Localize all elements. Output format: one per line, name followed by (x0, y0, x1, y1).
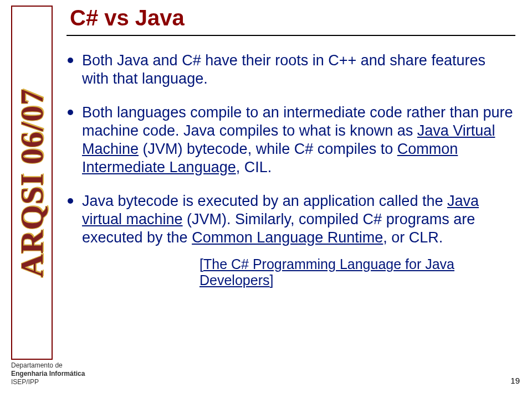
bullet-text: Both Java and C# have their roots in C++… (82, 52, 485, 87)
footer-line: Departamento de (11, 361, 85, 370)
sidebar-label: ARQSI 06/07 (13, 88, 50, 277)
bullet-text: , CIL. (236, 159, 272, 175)
bullet-item: Both Java and C# have their roots in C++… (66, 51, 515, 88)
citation-bracket: [ (200, 256, 203, 272)
footer-line: Engenharia Informática (11, 370, 85, 378)
bullet-list: Both Java and C# have their roots in C++… (66, 51, 515, 246)
bullet-text: , or CLR. (383, 229, 443, 246)
citation-bracket: ] (269, 272, 273, 288)
title-rule (66, 35, 515, 36)
slide-content: C# vs Java Both Java and C# have their r… (66, 0, 515, 393)
footer: Departamento de Engenharia Informática I… (11, 361, 85, 386)
footer-line: ISEP/IPP (11, 378, 85, 386)
bullet-text: (JVM) bytecode, while C# compiles to (139, 141, 397, 157)
citation-link[interactable]: The C# Programming Language for Java Dev… (200, 256, 454, 288)
bullet-item: Java bytecode is executed by an applicat… (66, 192, 515, 247)
page-number: 19 (510, 376, 520, 385)
bullet-text: Java bytecode is executed by an applicat… (82, 193, 447, 209)
slide-title: C# vs Java (70, 6, 515, 30)
citation: [The C# Programming Language for Java De… (66, 256, 515, 288)
sidebar-banner: ARQSI 06/07 (11, 6, 53, 360)
bullet-item: Both languages compile to an intermediat… (66, 104, 515, 177)
underline-term: Common Language Runtime (192, 229, 383, 246)
